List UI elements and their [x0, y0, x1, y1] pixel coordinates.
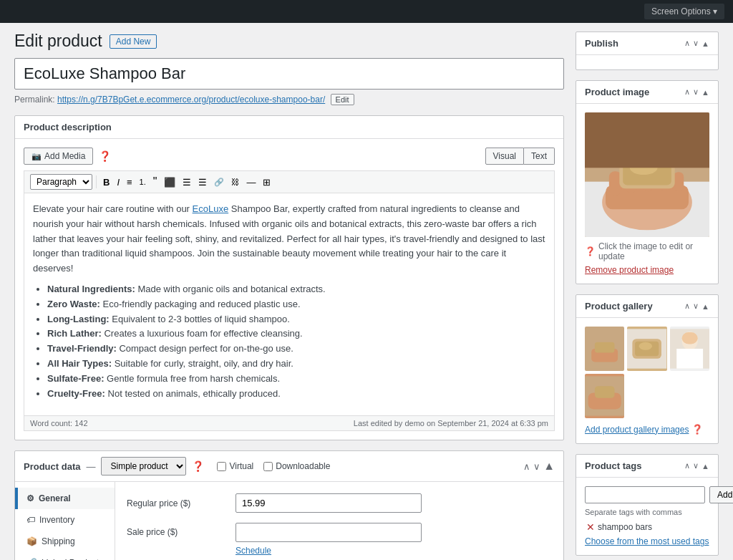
permalink-label: Permalink:: [14, 95, 55, 105]
gallery-toggle-button[interactable]: ▲: [702, 301, 709, 311]
product-type-select[interactable]: Simple product: [101, 457, 186, 475]
gallery-thumb-4[interactable]: [585, 374, 624, 418]
img-toggle-button[interactable]: ▲: [702, 87, 709, 97]
svg-rect-23: [681, 332, 697, 344]
tab-linked-products[interactable]: 🔗 Linked Products: [15, 552, 115, 560]
product-image-header: Product image ∧ ∨ ▲: [576, 81, 718, 104]
publish-down-button[interactable]: ∨: [693, 39, 699, 48]
permalink-edit-button[interactable]: Edit: [331, 94, 354, 105]
gallery-down-button[interactable]: ∨: [693, 301, 699, 311]
text-tab[interactable]: Text: [524, 148, 555, 165]
word-count: Word count: 142: [30, 419, 88, 428]
product-data-header: Product data — Simple product ❓ Virtual …: [15, 451, 563, 482]
desc-box-body: 📷 Add Media ❓ Visual Text Paragraph B: [15, 139, 563, 440]
product-gallery-body: Add product gallery images ❓: [576, 318, 718, 443]
add-new-button[interactable]: Add New: [110, 34, 157, 49]
tags-up-button[interactable]: ∧: [684, 461, 690, 470]
product-title-input[interactable]: [14, 58, 564, 90]
link-button[interactable]: 🔗: [211, 176, 227, 188]
table-button[interactable]: ⊞: [260, 175, 273, 189]
tab-shipping[interactable]: 📦 Shipping: [15, 531, 115, 552]
tags-input[interactable]: [585, 486, 705, 503]
product-image-box: Product image ∧ ∨ ▲: [576, 80, 719, 284]
tab-general[interactable]: ⚙ General: [15, 488, 115, 509]
product-image-body: ❓ Click the image to edit or update Remo…: [576, 104, 718, 284]
gallery-up-button[interactable]: ∧: [684, 301, 690, 311]
add-gallery-images-link[interactable]: Add product gallery images: [585, 425, 689, 435]
remove-product-image-link[interactable]: Remove product image: [585, 265, 674, 275]
screen-options-button[interactable]: Screen Options ▾: [644, 4, 724, 19]
pd-close-button[interactable]: ▲: [543, 460, 555, 473]
product-data-tabs: ⚙ General 🏷 Inventory 📦 Shipping 🔗 Linke…: [15, 482, 115, 560]
help-icon-pd: ❓: [192, 460, 204, 472]
image-help-text: Click the image to edit or update: [598, 241, 709, 261]
tag-remove-icon[interactable]: ✕: [586, 522, 595, 532]
product-gallery-box: Product gallery ∧ ∨ ▲: [576, 294, 719, 444]
permalink-url[interactable]: https://n.g/7B7BpGet.e.ecommerce.org/pro…: [57, 95, 325, 105]
product-image-container[interactable]: [585, 112, 709, 237]
publish-toggle-button[interactable]: ▲: [702, 39, 709, 48]
gallery-grid: [585, 327, 709, 418]
gallery-thumb-1[interactable]: [585, 327, 624, 371]
shipping-icon: 📦: [26, 536, 37, 546]
top-bar: Screen Options ▾: [0, 0, 733, 23]
choose-tags-link[interactable]: Choose from the most used tags: [585, 536, 709, 546]
align-center-button[interactable]: ☰: [180, 175, 194, 189]
svg-point-19: [639, 342, 652, 350]
paragraph-select[interactable]: Paragraph: [30, 174, 92, 190]
pd-collapse-button[interactable]: ∨: [533, 460, 540, 473]
sale-price-input[interactable]: [236, 523, 422, 542]
add-gallery-row: Add product gallery images ❓: [585, 424, 709, 435]
svg-rect-15: [595, 342, 615, 353]
ol-button[interactable]: 1.: [137, 176, 149, 188]
align-left-button[interactable]: ⬛: [161, 175, 178, 189]
quote-button[interactable]: ": [150, 174, 160, 190]
regular-price-input[interactable]: [236, 493, 422, 513]
desc-toolbar-top: 📷 Add Media ❓ Visual Text: [24, 148, 555, 165]
gallery-thumb-3[interactable]: [670, 327, 709, 371]
downloadable-checkbox[interactable]: [263, 462, 273, 471]
editor-content[interactable]: Elevate your hair care routine with our …: [24, 193, 555, 416]
add-media-button[interactable]: 📷 Add Media: [24, 148, 93, 165]
product-image-title: Product image: [585, 87, 649, 97]
inventory-icon: 🏷: [26, 515, 35, 525]
product-tags-header: Product tags ∧ ∨ ▲: [576, 455, 718, 478]
pd-expand-button[interactable]: ∧: [523, 460, 530, 473]
publish-up-button[interactable]: ∧: [684, 39, 690, 48]
svg-rect-8: [674, 172, 684, 191]
downloadable-checkbox-label[interactable]: Downloadable: [263, 461, 330, 471]
virtual-checkbox-label[interactable]: Virtual: [217, 461, 253, 471]
publish-box: Publish ∧ ∨ ▲: [576, 32, 719, 70]
img-down-button[interactable]: ∨: [693, 87, 699, 97]
image-help-icon: ❓: [585, 246, 596, 256]
sale-price-label: Sale price ($): [127, 527, 227, 537]
more-button[interactable]: —: [243, 175, 258, 189]
img-up-button[interactable]: ∧: [684, 87, 690, 97]
desc-box-title: Product description: [24, 122, 112, 132]
visual-text-tabs: Visual Text: [485, 148, 555, 165]
ul-button[interactable]: ≡: [124, 175, 135, 189]
publish-header: Publish ∧ ∨ ▲: [576, 32, 718, 55]
pd-header-controls: ∧ ∨ ▲: [523, 460, 555, 473]
schedule-link[interactable]: Schedule: [236, 546, 271, 556]
regular-price-row: Regular price ($): [127, 493, 552, 513]
page-title-wrap: Edit product Add New: [14, 32, 564, 51]
tags-down-button[interactable]: ∨: [693, 461, 699, 470]
tags-help-text: Separate tags with commas: [585, 508, 709, 516]
bold-button[interactable]: B: [100, 175, 112, 189]
svg-rect-26: [595, 386, 615, 398]
product-gallery-title: Product gallery: [585, 301, 653, 312]
visual-tab[interactable]: Visual: [485, 148, 524, 165]
virtual-checkbox[interactable]: [217, 462, 226, 471]
italic-button[interactable]: I: [114, 175, 122, 189]
tags-add-button[interactable]: Add: [709, 486, 733, 503]
tags-toggle-button[interactable]: ▲: [702, 461, 709, 470]
unlink-button[interactable]: ⛓: [228, 176, 242, 188]
gallery-thumb-2[interactable]: [627, 327, 666, 371]
tag-item[interactable]: ✕ shampoo bars: [586, 522, 652, 532]
tab-inventory[interactable]: 🏷 Inventory: [15, 509, 115, 531]
tag-label: shampoo bars: [598, 522, 652, 532]
align-right-button[interactable]: ☰: [195, 175, 210, 189]
page-title: Edit product: [14, 32, 102, 51]
publish-title: Publish: [585, 38, 618, 49]
